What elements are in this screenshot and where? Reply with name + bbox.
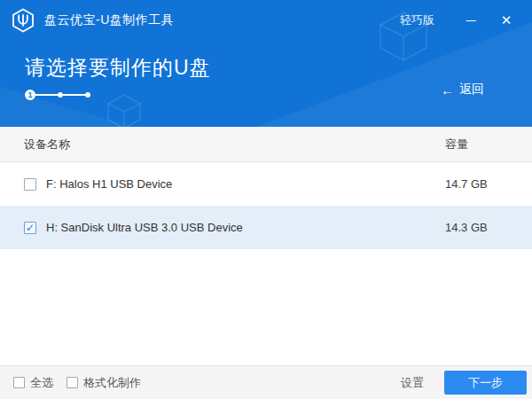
table-row[interactable]: F: Halos H1 USB Device 14.7 GB: [0, 162, 532, 206]
app-title: 盘云优宝-U盘制作工具: [44, 12, 174, 28]
select-all-group[interactable]: 全选: [13, 375, 53, 391]
device-name: F: Halos H1 USB Device: [46, 177, 445, 191]
format-checkbox[interactable]: [66, 377, 78, 388]
device-capacity: 14.3 GB: [445, 221, 532, 234]
row-checkbox-checked[interactable]: ✓: [24, 222, 36, 234]
blue-header-area: 盘云优宝-U盘制作工具 轻巧版 ─ ✕ 请选择要制作的U盘 1 ← 返回: [0, 0, 532, 127]
step-1-node: 1: [25, 90, 35, 100]
back-arrow-icon: ←: [441, 82, 454, 98]
select-all-checkbox[interactable]: [13, 377, 25, 388]
table-header: 设备名称 容量: [0, 127, 532, 162]
device-capacity: 14.7 GB: [445, 177, 532, 191]
empty-list-area: [0, 249, 532, 365]
column-device-name: 设备名称: [0, 137, 445, 153]
app-logo-icon: [11, 8, 35, 33]
select-all-label: 全选: [30, 375, 53, 391]
edition-badge: 轻巧版: [400, 12, 434, 28]
minimize-icon[interactable]: ─: [458, 7, 484, 34]
back-button[interactable]: ← 返回: [441, 82, 484, 98]
back-label: 返回: [459, 82, 484, 98]
table-row[interactable]: ✓ H: SanDisk Ultra USB 3.0 USB Device 14…: [0, 206, 532, 249]
step-connector: [35, 94, 58, 96]
page-header: 请选择要制作的U盘 1 ← 返回: [0, 40, 532, 127]
next-step-button[interactable]: 下一步: [444, 371, 527, 395]
app-window: 盘云优宝-U盘制作工具 轻巧版 ─ ✕ 请选择要制作的U盘 1 ← 返回: [0, 0, 532, 399]
step-connector: [63, 94, 85, 96]
device-name: H: SanDisk Ultra USB 3.0 USB Device: [46, 221, 445, 234]
step-3-node: [85, 92, 90, 98]
format-label: 格式化制作: [83, 375, 141, 391]
column-capacity: 容量: [445, 137, 532, 153]
format-group[interactable]: 格式化制作: [66, 375, 141, 391]
settings-button[interactable]: 设置: [401, 375, 424, 391]
row-checkbox-unchecked[interactable]: [24, 178, 36, 191]
footer-bar: 全选 格式化制作 设置 下一步: [0, 365, 532, 399]
title-bar: 盘云优宝-U盘制作工具 轻巧版 ─ ✕: [0, 0, 532, 40]
close-icon[interactable]: ✕: [493, 7, 520, 34]
page-title: 请选择要制作的U盘: [25, 54, 532, 82]
